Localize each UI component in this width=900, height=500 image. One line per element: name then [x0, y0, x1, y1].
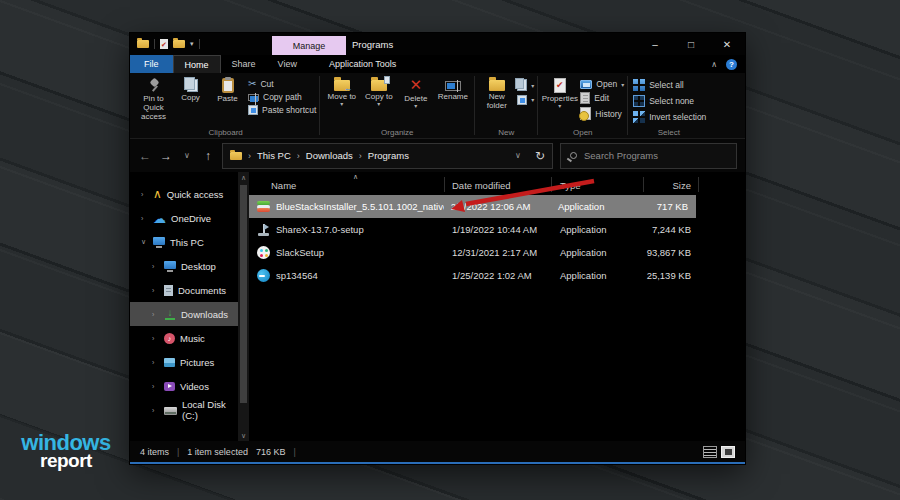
sidebar-item-label: Quick access	[167, 189, 224, 200]
column-divider[interactable]	[551, 177, 552, 192]
new-folder-icon[interactable]	[173, 40, 185, 48]
search-input[interactable]: Search Programs	[560, 143, 737, 169]
open-button[interactable]: Open ▾	[580, 79, 624, 89]
properties-button[interactable]: ✔ Properties ▾	[541, 75, 578, 110]
history-button[interactable]: History	[580, 107, 624, 120]
file-row-sp134564[interactable]: sp134564 1/25/2022 1:02 AM Application 2…	[249, 264, 745, 287]
manage-contextual-tab[interactable]: Manage	[272, 36, 346, 55]
help-icon[interactable]: ?	[726, 59, 737, 70]
sidebar-item-onedrive[interactable]: › ☁ OneDrive	[130, 206, 238, 230]
tab-view[interactable]: View	[267, 55, 308, 73]
easy-access-button[interactable]: ▾	[517, 94, 534, 105]
button-label: Copy to	[365, 92, 393, 101]
sidebar-scrollbar[interactable]: ∧ ∨	[238, 172, 249, 441]
expand-icon[interactable]: ›	[152, 407, 159, 414]
column-header-date[interactable]: Date modified	[445, 180, 552, 191]
scrollbar-thumb[interactable]	[240, 185, 247, 403]
new-folder-button[interactable]: New folder	[478, 75, 515, 110]
expand-icon[interactable]: ›	[152, 359, 159, 366]
breadcrumb-programs[interactable]: Programs	[368, 150, 409, 161]
invert-selection-button[interactable]: Invert selection	[633, 110, 706, 123]
properties-icon[interactable]: ✔	[160, 39, 168, 49]
sidebar-item-downloads[interactable]: › ↓ Downloads	[130, 302, 238, 326]
file-type: Application	[550, 201, 641, 212]
sidebar-item-label: Downloads	[181, 309, 228, 320]
tab-home[interactable]: Home	[173, 55, 221, 73]
file-row-slack[interactable]: SlackSetup 12/31/2021 2:17 AM Applicatio…	[249, 241, 745, 264]
file-date: 12/31/2021 2:17 AM	[445, 247, 552, 258]
column-header-name[interactable]: Name	[249, 180, 445, 191]
copy-to-button[interactable]: Copy to ▾	[360, 75, 397, 108]
expand-icon[interactable]: ›	[152, 311, 159, 318]
sidebar-item-videos[interactable]: › Videos	[130, 374, 238, 398]
quick-access-toolbar: ✔ ▾	[130, 39, 200, 49]
column-divider[interactable]	[643, 177, 644, 192]
maximize-button[interactable]: □	[673, 33, 709, 55]
expand-icon[interactable]: ›	[152, 383, 159, 390]
collapse-ribbon-icon[interactable]: ∧	[711, 60, 717, 69]
title-bar[interactable]: ✔ ▾ Manage Programs – □ ✕	[130, 33, 745, 55]
file-row-bluestacks[interactable]: BlueStacksInstaller_5.5.101.1002_native_…	[249, 195, 696, 218]
tab-application-tools[interactable]: Application Tools	[318, 55, 407, 73]
rename-button[interactable]: Rename	[434, 75, 471, 101]
sidebar-item-documents[interactable]: › Documents	[130, 278, 238, 302]
expand-icon[interactable]: ›	[141, 191, 148, 198]
file-row-sharex[interactable]: ShareX-13.7.0-setup 1/19/2022 10:44 AM A…	[249, 218, 745, 241]
move-to-button[interactable]: ← Move to ▾	[323, 75, 360, 108]
ribbon-group-organize: ← Move to ▾ Copy to ▾ ✕ Delete ▾	[320, 73, 474, 138]
expand-icon[interactable]: ›	[152, 263, 159, 270]
breadcrumb[interactable]: › This PC › Downloads › Programs ∨ ↻	[222, 143, 553, 169]
breadcrumb-separator: ›	[359, 151, 362, 161]
customize-toolbar-icon[interactable]: ▾	[190, 40, 194, 48]
address-dropdown-icon[interactable]: ∨	[511, 152, 525, 160]
collapse-icon[interactable]: ∨	[141, 238, 148, 246]
refresh-icon[interactable]: ↻	[535, 150, 545, 162]
videos-icon	[164, 382, 175, 391]
breadcrumb-downloads[interactable]: Downloads	[306, 150, 353, 161]
paste-shortcut-button[interactable]: Paste shortcut	[248, 105, 316, 115]
back-button[interactable]: ←	[138, 150, 152, 162]
scroll-up-icon[interactable]: ∧	[241, 174, 246, 181]
sidebar-item-desktop[interactable]: › Desktop	[130, 254, 238, 278]
expand-icon[interactable]: ›	[152, 335, 159, 342]
expand-icon[interactable]: ›	[152, 287, 159, 294]
select-none-icon	[633, 95, 645, 107]
cut-button[interactable]: ✂ Cut	[248, 79, 316, 89]
select-all-button[interactable]: Select all	[633, 78, 706, 91]
pin-to-quick-access-button[interactable]: Pin to Quick access	[135, 75, 172, 122]
sidebar-item-pictures[interactable]: › Pictures	[130, 350, 238, 374]
select-none-button[interactable]: Select none	[633, 94, 706, 107]
recent-locations-icon[interactable]: ∨	[180, 152, 194, 160]
expand-icon[interactable]: ›	[141, 215, 148, 222]
column-divider[interactable]	[698, 177, 699, 192]
scroll-down-icon[interactable]: ∨	[241, 432, 246, 439]
sidebar-item-local-disk[interactable]: › Local Disk (C:)	[130, 398, 238, 422]
new-item-button[interactable]: ▾	[517, 79, 534, 91]
details-view-button[interactable]	[703, 446, 717, 458]
sidebar-item-label: Videos	[180, 381, 209, 392]
tab-share[interactable]: Share	[221, 55, 267, 73]
forward-button[interactable]: →	[159, 150, 173, 162]
minimize-button[interactable]: –	[637, 33, 673, 55]
copy-button[interactable]: Copy	[172, 75, 209, 102]
column-divider[interactable]	[444, 177, 445, 192]
column-header-size[interactable]: Size	[644, 180, 699, 191]
column-header-type[interactable]: Type	[552, 180, 644, 191]
paste-button[interactable]: Paste	[209, 75, 246, 103]
sidebar-item-music[interactable]: › ♪ Music	[130, 326, 238, 350]
breadcrumb-this-pc[interactable]: This PC	[257, 150, 291, 161]
button-label: Paste	[217, 94, 237, 103]
delete-button[interactable]: ✕ Delete ▾	[397, 75, 434, 110]
close-button[interactable]: ✕	[709, 33, 745, 55]
copy-icon	[187, 79, 198, 92]
edit-button[interactable]: Edit	[580, 92, 624, 104]
sidebar-item-quick-access[interactable]: › ∧ Quick access	[130, 182, 238, 206]
copy-path-button[interactable]: Copy path	[248, 92, 316, 102]
large-icons-view-button[interactable]	[721, 446, 735, 458]
properties-icon: ✔	[554, 78, 566, 93]
up-button[interactable]: ↑	[201, 150, 215, 162]
tab-file[interactable]: File	[130, 55, 173, 73]
sidebar-item-this-pc[interactable]: ∨ This PC	[130, 230, 238, 254]
breadcrumb-separator: ›	[297, 151, 300, 161]
folder-icon[interactable]	[137, 40, 149, 48]
